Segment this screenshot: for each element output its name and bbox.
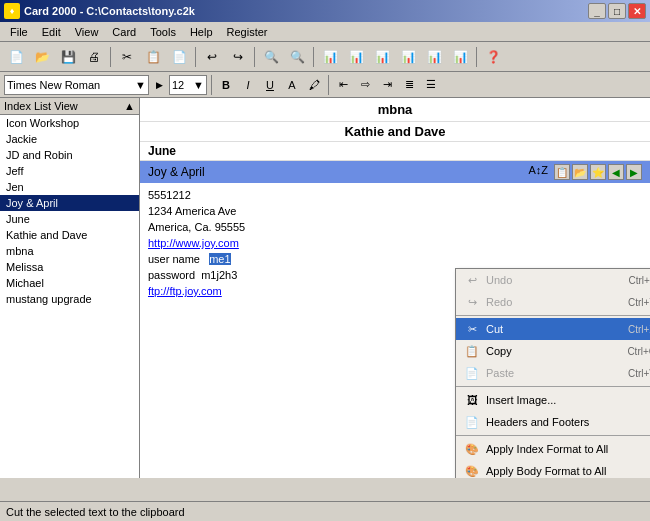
sidebar-item-mbna[interactable]: mbna: [0, 243, 139, 259]
format-sep1: [211, 75, 212, 95]
redo-icon: ↪: [464, 294, 480, 310]
ctx-apply-body[interactable]: 🎨 Apply Body Format to All: [456, 460, 650, 478]
cut-button[interactable]: ✂: [115, 45, 139, 69]
sidebar-item-jeff[interactable]: Jeff: [0, 163, 139, 179]
sidebar-item-june[interactable]: June: [0, 211, 139, 227]
paste-icon: 📄: [464, 365, 480, 381]
ctx-paste-label: Paste: [486, 367, 514, 379]
align-left-button[interactable]: ⇤: [333, 75, 353, 95]
font-name-label: Times New Roman: [7, 79, 100, 91]
ctx-undo-label: Undo: [486, 274, 512, 286]
italic-button[interactable]: I: [238, 75, 258, 95]
copy-button[interactable]: 📋: [141, 45, 165, 69]
ctx-sep1: [456, 315, 650, 316]
sidebar-scroll-up[interactable]: ▲: [124, 100, 135, 112]
highlight-button[interactable]: 🖍: [304, 75, 324, 95]
save-button[interactable]: 💾: [56, 45, 80, 69]
sync2-button[interactable]: 📊: [396, 45, 420, 69]
font-browse-button[interactable]: ▶: [151, 73, 167, 97]
sidebar-item-kathiedave[interactable]: Kathie and Dave: [0, 227, 139, 243]
redo-button[interactable]: ↪: [226, 45, 250, 69]
print-button[interactable]: 🖨: [82, 45, 106, 69]
find-button[interactable]: 🔍: [259, 45, 283, 69]
ctx-copy[interactable]: 📋 Copy Ctrl+C: [456, 340, 650, 362]
menu-view[interactable]: View: [69, 24, 105, 40]
ctx-paste[interactable]: 📄 Paste Ctrl+V: [456, 362, 650, 384]
sidebar-item-joyapril[interactable]: Joy & April: [0, 195, 139, 211]
card-nav-prev[interactable]: ◀: [608, 164, 624, 180]
web-button[interactable]: 📊: [422, 45, 446, 69]
card-url1[interactable]: http://www.joy.com: [148, 235, 642, 251]
sidebar-item-mustang[interactable]: mustang upgrade: [0, 291, 139, 307]
undo-icon: ↩: [464, 272, 480, 288]
ctx-insert-image[interactable]: 🖼 Insert Image...: [456, 389, 650, 411]
new-button[interactable]: 📄: [4, 45, 28, 69]
status-bar: Cut the selected text to the clipboard: [0, 501, 650, 521]
ctx-cut-label: Cut: [486, 323, 503, 335]
menu-help[interactable]: Help: [184, 24, 219, 40]
font-color-button[interactable]: A: [282, 75, 302, 95]
main-area: Index List View ▲ Icon Workshop Jackie J…: [0, 98, 650, 478]
card-nav-icon2[interactable]: 📂: [572, 164, 588, 180]
sidebar-item-jen[interactable]: Jen: [0, 179, 139, 195]
sidebar-item-jackie[interactable]: Jackie: [0, 131, 139, 147]
menu-register[interactable]: Register: [221, 24, 274, 40]
card-phone: 5551212: [148, 187, 642, 203]
apply-index-icon: 🎨: [464, 441, 480, 457]
font-dropdown-arrow: ▼: [135, 79, 146, 91]
card-address1: 1234 America Ave: [148, 203, 642, 219]
card-header-bar: Joy & April A↕Z 📋 📂 ⭐ ◀ ▶: [140, 161, 650, 183]
ctx-redo[interactable]: ↪ Redo Ctrl+Y: [456, 291, 650, 313]
open-button[interactable]: 📂: [30, 45, 54, 69]
align-right-button[interactable]: ⇥: [377, 75, 397, 95]
ctx-redo-shortcut: Ctrl+Y: [628, 297, 650, 308]
paste-button[interactable]: 📄: [167, 45, 191, 69]
bold-button[interactable]: B: [216, 75, 236, 95]
list-button[interactable]: ☰: [421, 75, 441, 95]
ctx-apply-index[interactable]: 🎨 Apply Index Format to All: [456, 438, 650, 460]
sync-button[interactable]: 📊: [370, 45, 394, 69]
card-subtitle: Kathie and Dave: [140, 122, 650, 142]
card-nav-next[interactable]: ▶: [626, 164, 642, 180]
find2-button[interactable]: 🔍: [285, 45, 309, 69]
ctx-cut[interactable]: ✂ Cut Ctrl+X: [456, 318, 650, 340]
font-size-dropdown[interactable]: 12 ▼: [169, 75, 207, 95]
cut-icon: ✂: [464, 321, 480, 337]
separator1: [110, 47, 111, 67]
menu-file[interactable]: File: [4, 24, 34, 40]
font-family-dropdown[interactable]: Times New Roman ▼: [4, 75, 149, 95]
menu-edit[interactable]: Edit: [36, 24, 67, 40]
sidebar-item-iconworkshop[interactable]: Icon Workshop: [0, 115, 139, 131]
align-justify-button[interactable]: ≣: [399, 75, 419, 95]
card-header-label: Joy & April: [148, 165, 205, 179]
ctx-paste-shortcut: Ctrl+V: [628, 368, 650, 379]
maximize-button[interactable]: □: [608, 3, 626, 19]
title-bar: ♦ Card 2000 - C:\Contacts\tony.c2k _ □ ✕: [0, 0, 650, 22]
fav-button[interactable]: 📊: [448, 45, 472, 69]
card-subsubtitle: June: [140, 142, 650, 161]
separator3: [254, 47, 255, 67]
card-username-value: me1: [209, 253, 230, 265]
separator5: [476, 47, 477, 67]
align-center-button[interactable]: ⇨: [355, 75, 375, 95]
ctx-undo[interactable]: ↩ Undo Ctrl+Z: [456, 269, 650, 291]
ctx-redo-label: Redo: [486, 296, 512, 308]
help-button[interactable]: ❓: [481, 45, 505, 69]
menu-tools[interactable]: Tools: [144, 24, 182, 40]
card-nav-icon3[interactable]: ⭐: [590, 164, 606, 180]
ctx-headers-footers[interactable]: 📄 Headers and Footers: [456, 411, 650, 433]
card-nav-icon1[interactable]: 📋: [554, 164, 570, 180]
card-user-label: user name: [148, 253, 200, 265]
undo-button[interactable]: ↩: [200, 45, 224, 69]
minimize-button[interactable]: _: [588, 3, 606, 19]
app-icon: ♦: [4, 3, 20, 19]
sidebar-item-michael[interactable]: Michael: [0, 275, 139, 291]
import-button[interactable]: 📊: [318, 45, 342, 69]
menu-card[interactable]: Card: [106, 24, 142, 40]
sidebar-item-melissa[interactable]: Melissa: [0, 259, 139, 275]
sidebar-item-jdandrobin[interactable]: JD and Robin: [0, 147, 139, 163]
close-button[interactable]: ✕: [628, 3, 646, 19]
export-button[interactable]: 📊: [344, 45, 368, 69]
underline-button[interactable]: U: [260, 75, 280, 95]
ctx-apply-index-label: Apply Index Format to All: [486, 443, 608, 455]
